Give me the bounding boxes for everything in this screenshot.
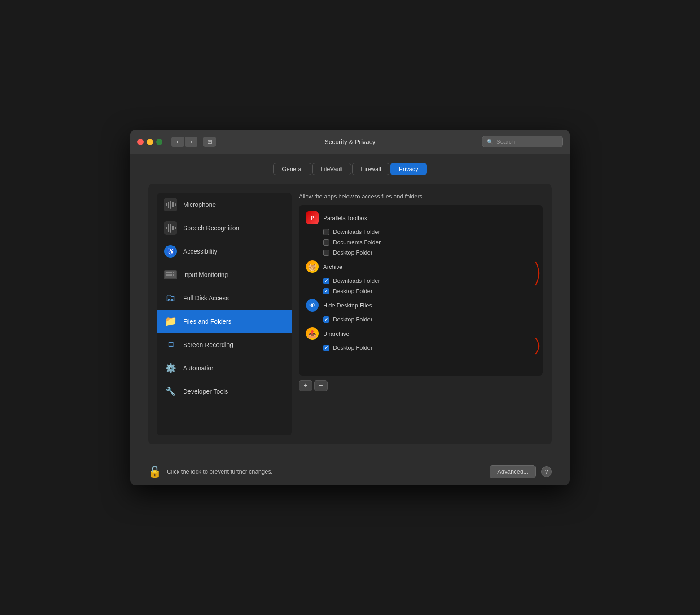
sub-item-parallels-desktop[interactable]: Desktop Folder	[302, 247, 539, 258]
sidebar-item-input-monitoring[interactable]: Input Monitoring	[157, 263, 292, 286]
speech-icon	[164, 221, 177, 235]
forward-button[interactable]: ›	[185, 137, 197, 147]
checkbox-parallels-desktop[interactable]	[323, 250, 329, 256]
sub-label-unarchive-desktop: Desktop Folder	[333, 344, 372, 351]
files-folders-icon: 📁	[165, 316, 177, 327]
files-folders-icon-container: 📁	[163, 314, 178, 329]
footer: 🔓 Click the lock to prevent further chan…	[130, 458, 570, 485]
search-box[interactable]: 🔍	[482, 136, 563, 147]
screen-recording-icon-container: 🖥	[163, 338, 178, 352]
svg-rect-9	[171, 274, 172, 276]
tab-privacy[interactable]: Privacy	[390, 163, 427, 175]
search-icon: 🔍	[487, 139, 494, 145]
developer-tools-icon-container: 🔧	[163, 384, 178, 399]
checkbox-archive-desktop[interactable]	[323, 288, 329, 294]
waveform2	[166, 224, 176, 233]
checkbox-unarchive-desktop[interactable]	[323, 345, 329, 351]
add-button[interactable]: +	[299, 380, 312, 391]
tab-general[interactable]: General	[273, 163, 311, 175]
svg-rect-3	[169, 272, 171, 273]
app-row-parallels: P Parallels Toolbox	[302, 209, 539, 227]
sidebar-item-files-and-folders[interactable]: 📁 Files and Folders	[157, 310, 292, 333]
waveform	[166, 200, 176, 209]
main-panel: Microphone	[148, 184, 552, 444]
sub-label-archive-downloads: Downloads Folder	[333, 277, 380, 284]
archive-section: 🧺 Archive Downloads Folder Desktop Folde…	[302, 258, 539, 296]
svg-rect-1	[166, 272, 167, 273]
sub-item-archive-downloads[interactable]: Downloads Folder	[302, 276, 539, 286]
close-button[interactable]	[137, 139, 144, 145]
sidebar: Microphone	[157, 193, 292, 435]
grid-icon: ⊞	[207, 138, 212, 145]
traffic-lights	[137, 139, 162, 145]
checkbox-parallels-documents[interactable]	[323, 239, 329, 246]
advanced-button[interactable]: Advanced...	[490, 465, 536, 478]
automation-icon-container: ⚙️	[163, 361, 178, 375]
keyboard-icon	[164, 270, 177, 279]
back-button[interactable]: ‹	[171, 137, 184, 147]
titlebar: ‹ › ⊞ Security & Privacy 🔍	[130, 130, 570, 154]
sidebar-item-developer-tools[interactable]: 🔧 Developer Tools	[157, 380, 292, 403]
sidebar-label-files-folders: Files and Folders	[183, 318, 231, 325]
accessibility-icon: ♿	[164, 245, 177, 258]
help-button[interactable]: ?	[541, 466, 552, 477]
parallels-icon: P	[306, 211, 319, 224]
search-input[interactable]	[496, 138, 558, 145]
sub-label-parallels-desktop: Desktop Folder	[333, 249, 372, 256]
sidebar-item-automation[interactable]: ⚙️ Automation	[157, 356, 292, 380]
sidebar-label-microphone: Microphone	[183, 201, 216, 208]
sub-label-archive-desktop: Desktop Folder	[333, 288, 372, 294]
remove-button[interactable]: −	[314, 380, 328, 391]
sidebar-label-input-monitoring: Input Monitoring	[183, 271, 228, 278]
svg-rect-10	[173, 274, 174, 276]
panel-description: Allow the apps below to access files and…	[299, 193, 543, 200]
screen-recording-icon: 🖥	[166, 340, 175, 350]
minimize-button[interactable]	[147, 139, 153, 145]
sub-label-parallels-documents: Documents Folder	[333, 239, 381, 246]
tab-firewall[interactable]: Firewall	[352, 163, 389, 175]
sidebar-label-full-disk: Full Disk Access	[183, 294, 229, 302]
app-name-unarchive: Unarchive	[323, 330, 350, 337]
svg-rect-8	[169, 274, 171, 276]
checkbox-hide-desktop-folder[interactable]	[323, 316, 329, 323]
microphone-icon	[164, 198, 177, 211]
window-title: Security & Privacy	[324, 138, 376, 145]
tab-filevault[interactable]: FileVault	[312, 163, 352, 175]
sidebar-item-full-disk-access[interactable]: 🗂 Full Disk Access	[157, 286, 292, 310]
speech-icon-container	[163, 221, 178, 235]
grid-button[interactable]: ⊞	[203, 137, 216, 147]
sidebar-item-screen-recording[interactable]: 🖥 Screen Recording	[157, 333, 292, 356]
app-name-archive: Archive	[323, 264, 342, 270]
sub-item-parallels-downloads[interactable]: Downloads Folder	[302, 227, 539, 237]
checkbox-archive-downloads[interactable]	[323, 278, 329, 284]
sub-item-unarchive-desktop[interactable]: Desktop Folder	[302, 343, 539, 353]
lock-icon[interactable]: 🔓	[148, 466, 162, 478]
archive-icon: 🧺	[306, 260, 319, 273]
maximize-button[interactable]	[156, 139, 162, 145]
hide-desktop-icon: 👁	[306, 299, 319, 312]
sidebar-item-speech-recognition[interactable]: Speech Recognition	[157, 216, 292, 240]
content-area: General FileVault Firewall Privacy	[130, 154, 570, 458]
svg-rect-12	[167, 277, 173, 277]
app-row-unarchive: 📤 Unarchive	[302, 325, 539, 343]
svg-rect-5	[173, 272, 174, 273]
developer-tools-icon: 🔧	[166, 387, 175, 396]
footer-lock-text: Click the lock to prevent further change…	[167, 468, 484, 475]
right-panel: Allow the apps below to access files and…	[299, 193, 543, 435]
sidebar-label-speech: Speech Recognition	[183, 224, 239, 232]
sub-item-hide-desktop-folder[interactable]: Desktop Folder	[302, 314, 539, 325]
sub-item-parallels-documents[interactable]: Documents Folder	[302, 237, 539, 247]
sidebar-item-accessibility[interactable]: ♿ Accessibility	[157, 240, 292, 263]
sidebar-label-screen-recording: Screen Recording	[183, 341, 233, 348]
checkbox-parallels-downloads[interactable]	[323, 229, 329, 235]
svg-rect-6	[166, 274, 167, 276]
unarchive-icon: 📤	[306, 327, 319, 340]
unarchive-section: 📤 Unarchive Desktop Folder	[302, 325, 539, 353]
sub-item-archive-desktop[interactable]: Desktop Folder	[302, 286, 539, 296]
full-disk-icon-container: 🗂	[163, 291, 178, 305]
app-list: P Parallels Toolbox Downloads Folder Doc…	[299, 205, 543, 376]
btn-row: + −	[299, 380, 543, 391]
sub-label-hide-desktop-folder: Desktop Folder	[333, 316, 372, 323]
app-row-archive: 🧺 Archive	[302, 258, 539, 276]
sidebar-item-microphone[interactable]: Microphone	[157, 193, 292, 216]
